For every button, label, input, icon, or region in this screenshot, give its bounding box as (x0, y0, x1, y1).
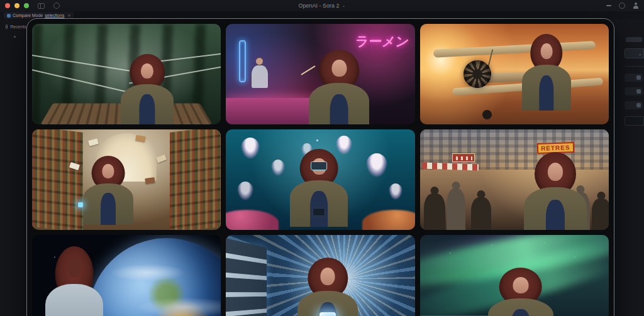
right-panel-row[interactable] (625, 101, 643, 109)
sweater (546, 200, 565, 230)
woman-figure (290, 149, 348, 227)
crowd-person (592, 199, 609, 230)
floating-book (136, 134, 146, 141)
bookshelf (32, 129, 83, 230)
face (513, 277, 528, 293)
crowd-person (471, 197, 491, 230)
right-panel-label (626, 37, 642, 42)
jellyfish (389, 183, 402, 200)
chevron-down-icon[interactable]: ⌄ (342, 3, 346, 8)
tab-favicon-icon (7, 14, 11, 18)
chef-figure (250, 58, 269, 88)
gallery-tile-street-market[interactable]: RETRES (420, 129, 609, 230)
gallery-tile-jungle-bridge[interactable] (32, 24, 221, 124)
crowd-person (424, 193, 445, 230)
close-window-button[interactable] (5, 3, 10, 8)
jellyfish (237, 182, 253, 200)
woman-figure (83, 156, 133, 225)
woman-figure (522, 34, 571, 111)
sweater (140, 94, 155, 124)
face (332, 60, 347, 77)
woman-figure-back-view (45, 246, 103, 316)
gallery-frame: ラーメン (26, 18, 614, 316)
floating-book (88, 138, 99, 146)
sidebar-item-label: Recents (10, 25, 26, 29)
gallery-tile-earth-space[interactable] (32, 235, 221, 316)
camera (313, 208, 325, 216)
face (67, 258, 81, 278)
tab-label-link[interactable]: selections (45, 13, 64, 18)
tab-close-icon[interactable]: × (67, 13, 70, 18)
jellyfish (241, 138, 260, 159)
right-panel-dropdown[interactable]: ⌄ (625, 48, 644, 58)
coral (362, 210, 415, 230)
floating-book (156, 154, 167, 163)
ramen-counter (226, 98, 313, 124)
woman-figure (121, 54, 174, 124)
glowing-cube (319, 312, 336, 316)
account-avatar-icon[interactable] (633, 3, 639, 9)
woman-figure (524, 152, 587, 230)
dive-mask (311, 161, 328, 170)
coral (226, 210, 279, 230)
option-icon (636, 89, 641, 94)
sidebar-toggle-icon[interactable] (38, 3, 45, 9)
tab-label: Compare Mode (13, 13, 43, 18)
window-title: OpenAI - Sora 2 ⌄ (0, 0, 644, 11)
sidebar-item-recents[interactable]: Recents (0, 19, 26, 29)
face (102, 164, 114, 178)
jellyfish (366, 153, 387, 177)
gallery-tile-ramen-bar[interactable]: ラーメン (226, 24, 414, 124)
folder-icon (6, 25, 8, 29)
history-icon[interactable] (53, 3, 60, 9)
left-sidebar: Recents (0, 19, 26, 316)
face (321, 268, 335, 285)
minimize-icon[interactable] (606, 5, 611, 6)
crowd-person (447, 188, 465, 230)
right-panel-fragment: ⌄ (625, 35, 644, 316)
floating-book (145, 177, 155, 184)
clock-icon[interactable] (619, 3, 625, 9)
image-grid: ラーメン (32, 24, 609, 316)
biplane-upper-wing (433, 41, 596, 57)
right-panel-row[interactable] (625, 87, 643, 95)
gallery-tile-biplane-sunset[interactable] (420, 24, 609, 124)
market-sign-red (452, 153, 475, 162)
face (540, 43, 552, 60)
sweater (330, 94, 348, 124)
right-panel-row[interactable] (625, 74, 643, 82)
gallery-tile-library-books[interactable] (32, 129, 221, 230)
face (548, 163, 563, 181)
neon-ramen-sign: ラーメン (355, 33, 410, 50)
landing-wheel (482, 110, 492, 119)
jellyfish (271, 160, 285, 176)
woman-figure (297, 258, 358, 316)
notification-dot (14, 36, 16, 38)
glowing-wrist-device (78, 202, 83, 207)
bridge-cable (32, 54, 130, 71)
divider (625, 66, 644, 67)
woman-figure (488, 268, 553, 316)
gallery-tile-aurora-night[interactable] (420, 235, 609, 316)
zoom-window-button[interactable] (24, 3, 29, 8)
chevron-down-icon: ⌄ (638, 52, 641, 56)
woman-figure (309, 50, 369, 124)
neon-tube-icon (239, 40, 246, 82)
gallery-tile-hyperspeed-train[interactable] (226, 235, 414, 316)
minimize-window-button[interactable] (14, 3, 19, 8)
right-panel-input[interactable] (625, 116, 644, 126)
radial-engine (464, 60, 491, 88)
bookshelf (170, 129, 221, 230)
chopsticks (301, 65, 316, 75)
pale-coat (45, 284, 103, 316)
face (141, 63, 153, 79)
option-icon (636, 103, 641, 107)
sweater (539, 75, 553, 111)
gallery-tile-underwater-jellyfish[interactable] (226, 129, 414, 230)
sweater (101, 193, 116, 225)
option-icon (636, 75, 641, 80)
train-carriage (226, 237, 267, 316)
traffic-lights (5, 3, 29, 8)
bubble (316, 139, 318, 141)
window-title-text: OpenAI - Sora 2 (299, 3, 340, 9)
